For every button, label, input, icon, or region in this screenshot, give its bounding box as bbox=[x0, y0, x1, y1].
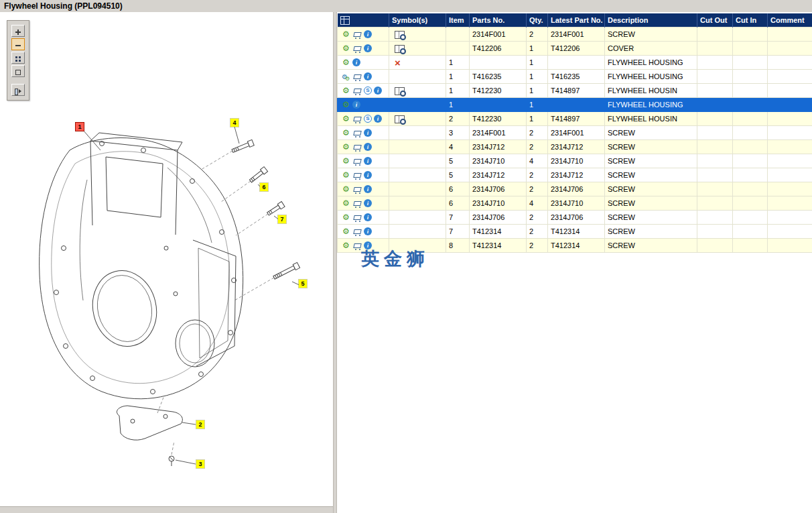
part-row[interactable]: ⚙i7T4123142T412314SCREW bbox=[338, 225, 812, 239]
cell-latest-part-no[interactable] bbox=[548, 56, 605, 70]
cell-comment[interactable] bbox=[768, 112, 812, 126]
cell-symbols[interactable] bbox=[389, 196, 446, 211]
cell-comment[interactable] bbox=[768, 196, 812, 211]
callout-7[interactable]: 7 bbox=[278, 215, 286, 223]
cell-cut-out[interactable] bbox=[697, 168, 733, 182]
catalog-symbol-icon[interactable] bbox=[395, 115, 405, 123]
gears-icon[interactable]: ⚙ bbox=[342, 72, 350, 81]
hide-panel-tool-button[interactable] bbox=[11, 84, 25, 96]
cart-icon[interactable] bbox=[352, 227, 362, 236]
cell-cut-in[interactable] bbox=[733, 168, 768, 182]
cell-latest-part-no[interactable]: T416235 bbox=[548, 70, 605, 84]
cell-cut-out[interactable] bbox=[697, 84, 733, 98]
cell-cut-in[interactable] bbox=[733, 211, 768, 225]
cell-comment[interactable] bbox=[768, 211, 812, 225]
cart-icon[interactable] bbox=[352, 129, 362, 137]
col-header-symbol-s[interactable]: Symbol(s) bbox=[389, 13, 446, 27]
info-icon[interactable]: i bbox=[364, 129, 372, 137]
part-row[interactable]: ⚙i52314J71042314J710SCREW bbox=[338, 154, 812, 168]
cell-item[interactable]: 8 bbox=[446, 239, 470, 253]
cell-cut-in[interactable] bbox=[733, 140, 768, 154]
cell-description[interactable]: SCREW bbox=[605, 27, 697, 42]
cell-cut-out[interactable] bbox=[697, 42, 733, 56]
cell-item[interactable]: 1 bbox=[446, 84, 470, 98]
cell-cut-in[interactable] bbox=[733, 70, 768, 84]
cell-comment[interactable] bbox=[768, 140, 812, 154]
cell-description[interactable]: SCREW bbox=[605, 182, 697, 196]
cell-parts-no[interactable]: 2314J710 bbox=[470, 154, 527, 168]
cell-parts-no[interactable]: T412230 bbox=[470, 84, 527, 98]
cell-item[interactable]: 1 bbox=[446, 56, 470, 70]
callout-1[interactable]: 1 bbox=[76, 123, 84, 131]
callout-3[interactable]: 3 bbox=[196, 460, 204, 468]
cell-description[interactable]: SCREW bbox=[605, 225, 697, 239]
cell-parts-no[interactable]: 2314J712 bbox=[470, 140, 527, 154]
cell-latest-part-no[interactable]: 2314J712 bbox=[548, 140, 605, 154]
gear-icon[interactable]: ⚙ bbox=[342, 115, 350, 123]
cell-latest-part-no[interactable]: T414897 bbox=[548, 84, 605, 98]
cell-symbols[interactable] bbox=[389, 126, 446, 140]
cell-symbols[interactable] bbox=[389, 112, 446, 126]
callout-2[interactable]: 2 bbox=[196, 420, 204, 429]
info-icon[interactable]: i bbox=[374, 87, 382, 95]
cell-item[interactable]: 1 bbox=[446, 70, 470, 84]
cell-latest-part-no[interactable]: T414897 bbox=[548, 112, 605, 126]
cell-item[interactable]: 7 bbox=[446, 225, 470, 239]
cell-parts-no[interactable] bbox=[470, 98, 527, 112]
cell-description[interactable]: SCREW bbox=[605, 239, 697, 253]
callout-4[interactable]: 4 bbox=[230, 119, 239, 127]
part-row[interactable]: ⚙i42314J71222314J712SCREW bbox=[338, 140, 812, 154]
cell-latest-part-no[interactable]: 2314F001 bbox=[548, 126, 605, 140]
part-row[interactable]: ⚙Si1T4122301T414897FLYWHEEL HOUSIN bbox=[338, 84, 812, 98]
cell-description[interactable]: SCREW bbox=[605, 196, 697, 211]
cart-icon[interactable] bbox=[352, 185, 362, 194]
cell-comment[interactable] bbox=[768, 182, 812, 196]
part-row[interactable]: ⚙iT4122061T412206COVER bbox=[338, 42, 812, 56]
info-icon[interactable]: i bbox=[364, 44, 372, 52]
cell-cut-in[interactable] bbox=[733, 84, 768, 98]
cell-qty[interactable]: 1 bbox=[527, 42, 548, 56]
cell-cut-in[interactable] bbox=[733, 112, 768, 126]
gear-icon[interactable]: ⚙ bbox=[342, 44, 350, 53]
cell-cut-out[interactable] bbox=[697, 225, 733, 239]
cell-cut-in[interactable] bbox=[733, 126, 768, 140]
cell-parts-no[interactable]: T412206 bbox=[470, 42, 527, 56]
info-icon[interactable]: i bbox=[364, 143, 372, 151]
col-header-cut-in[interactable]: Cut In bbox=[733, 13, 768, 27]
cell-comment[interactable] bbox=[768, 98, 812, 112]
gear-icon[interactable]: ⚙ bbox=[342, 58, 350, 67]
gear-icon[interactable]: ⚙ bbox=[342, 213, 350, 222]
col-header-qty[interactable]: Qty. bbox=[527, 13, 548, 27]
cart-icon[interactable] bbox=[352, 30, 362, 39]
cell-qty[interactable]: 2 bbox=[527, 27, 548, 42]
cell-latest-part-no[interactable]: T412314 bbox=[548, 225, 605, 239]
cell-qty[interactable]: 4 bbox=[527, 196, 548, 211]
cell-item[interactable]: 5 bbox=[446, 154, 470, 168]
info-icon[interactable]: i bbox=[364, 171, 372, 179]
info-icon[interactable]: i bbox=[364, 72, 372, 80]
cell-qty[interactable]: 2 bbox=[527, 239, 548, 253]
cell-symbols[interactable] bbox=[389, 182, 446, 196]
cell-latest-part-no[interactable]: 2314J706 bbox=[548, 182, 605, 196]
cell-cut-out[interactable] bbox=[697, 239, 733, 253]
cell-description[interactable]: SCREW bbox=[605, 211, 697, 225]
col-header-item[interactable]: Item bbox=[446, 13, 470, 27]
cell-description[interactable]: FLYWHEEL HOUSING bbox=[605, 70, 697, 84]
zoom-in-tool-button[interactable] bbox=[11, 25, 25, 37]
cart-icon[interactable] bbox=[352, 87, 362, 95]
cell-description[interactable]: SCREW bbox=[605, 168, 697, 182]
cell-item[interactable]: 6 bbox=[446, 196, 470, 211]
cell-description[interactable]: FLYWHEEL HOUSIN bbox=[605, 84, 697, 98]
cell-comment[interactable] bbox=[768, 70, 812, 84]
cell-symbols[interactable] bbox=[389, 42, 446, 56]
cell-latest-part-no[interactable]: 2314J706 bbox=[548, 211, 605, 225]
not-available-symbol-icon[interactable]: × bbox=[395, 59, 401, 67]
cell-qty[interactable]: 2 bbox=[527, 182, 548, 196]
gear-icon[interactable]: ⚙ bbox=[342, 227, 350, 236]
gear-icon[interactable]: ⚙ bbox=[342, 157, 350, 166]
zoom-out-tool-button[interactable] bbox=[11, 38, 25, 50]
cell-symbols[interactable] bbox=[389, 70, 446, 84]
gear-icon[interactable]: ⚙ bbox=[342, 241, 350, 250]
cell-parts-no[interactable]: 2314F001 bbox=[470, 126, 527, 140]
part-row[interactable]: ⚙i62314J70622314J706SCREW bbox=[338, 182, 812, 196]
